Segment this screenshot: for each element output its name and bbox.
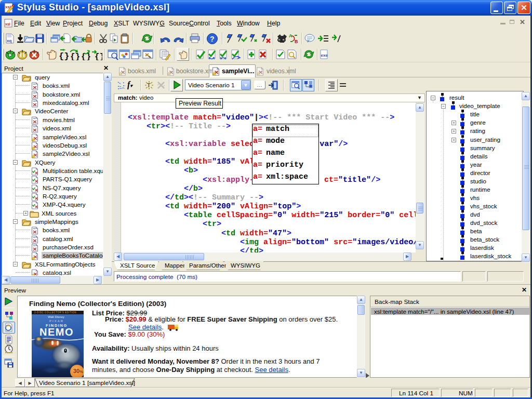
svg-text:xsl: xsl	[5, 22, 10, 26]
svg-text:{}: {}	[59, 51, 69, 60]
svg-text:?: ?	[210, 35, 215, 43]
svg-text:{}: {}	[70, 52, 80, 60]
svg-text:T: T	[147, 82, 151, 88]
svg-text:{}: {}	[95, 52, 102, 60]
svg-text:xq: xq	[7, 38, 11, 43]
svg-text:exe: exe	[321, 53, 328, 58]
svg-text:B: B	[295, 39, 298, 44]
